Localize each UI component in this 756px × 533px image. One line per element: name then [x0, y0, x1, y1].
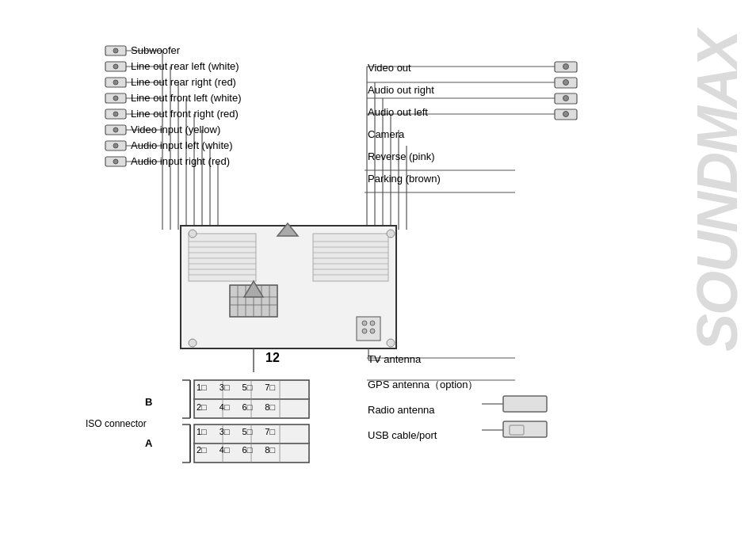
label-audio-out-left: Audio out left	[368, 105, 441, 120]
svg-point-42	[563, 112, 569, 117]
label-number-12: 12	[265, 351, 280, 365]
pin-a-5: 5□	[242, 427, 253, 436]
label-tv-antenna: TV antenna	[368, 352, 478, 367]
label-parking: Parking (brown)	[368, 172, 441, 186]
svg-point-39	[563, 96, 569, 101]
label-line-out-rear-right: Line out rear right (red)	[131, 75, 241, 89]
label-gps-antenna: GPS antenna（option）	[368, 378, 478, 392]
pin-a-2: 2□	[197, 445, 207, 455]
right-labels-container: Video out Audio out right Audio out left…	[368, 61, 441, 186]
svg-point-70	[387, 230, 395, 238]
label-audio-input-left: Audio input left (white)	[131, 139, 241, 153]
pin-b-3: 3□	[220, 383, 230, 392]
svg-point-85	[370, 321, 375, 326]
svg-point-84	[362, 321, 367, 326]
iso-connector-label: ISO connector	[86, 418, 147, 429]
label-line-out-front-left: Line out front left (white)	[131, 91, 241, 105]
svg-point-69	[189, 230, 197, 238]
pin-b-8: 8□	[265, 402, 275, 412]
svg-rect-83	[357, 317, 380, 341]
section-b-label: B	[145, 396, 152, 408]
svg-point-13	[113, 112, 118, 116]
label-audio-out-right: Audio out right	[368, 83, 441, 97]
pin-a-1: 1□	[197, 427, 207, 436]
svg-point-87	[370, 329, 375, 333]
svg-rect-9	[105, 93, 126, 103]
svg-rect-0	[105, 46, 126, 55]
svg-point-71	[189, 339, 197, 347]
label-line-out-rear-left: Line out rear left (white)	[131, 59, 241, 74]
pin-b-6: 6□	[242, 402, 253, 412]
vent-right	[313, 234, 388, 281]
diagram-container: SOUNDMAX	[0, 0, 756, 533]
svg-rect-61	[313, 234, 388, 281]
svg-rect-6	[105, 78, 126, 87]
bottom-right-labels-container: TV antenna GPS antenna（option） Radio ant…	[368, 352, 478, 443]
svg-rect-53	[189, 234, 256, 281]
svg-rect-52	[181, 226, 396, 348]
svg-rect-96	[503, 421, 547, 437]
label-camera: Camera	[368, 128, 441, 142]
svg-point-7	[113, 80, 118, 85]
svg-point-72	[387, 339, 395, 347]
label-video-input: Video input (yellow)	[131, 123, 241, 137]
iso-pins-b-top: 1□ 3□ 5□ 7□	[197, 383, 275, 392]
svg-rect-38	[555, 93, 577, 104]
svg-marker-82	[277, 223, 298, 236]
svg-point-86	[362, 329, 367, 333]
svg-rect-18	[105, 141, 126, 150]
brand-logo: SOUNDMAX	[685, 32, 750, 352]
pin-a-8: 8□	[265, 445, 275, 455]
svg-point-33	[563, 64, 569, 70]
label-reverse: Reverse (pink)	[368, 150, 441, 164]
svg-marker-81	[244, 281, 263, 297]
svg-rect-15	[105, 125, 126, 135]
pin-a-7: 7□	[265, 427, 275, 436]
pin-a-4: 4□	[220, 445, 230, 455]
pin-b-1: 1□	[197, 383, 207, 392]
iso-pins-a-bottom: 2□ 4□ 6□ 8□	[197, 445, 275, 455]
svg-point-36	[563, 80, 569, 86]
svg-point-16	[113, 128, 118, 132]
pin-b-4: 4□	[220, 402, 230, 412]
label-radio-antenna: Radio antenna	[368, 403, 478, 417]
svg-rect-73	[230, 285, 277, 317]
svg-rect-32	[555, 62, 577, 72]
label-subwoofer: Subwoofer	[131, 44, 241, 58]
svg-point-10	[113, 96, 118, 101]
pin-b-2: 2□	[197, 402, 207, 412]
svg-rect-97	[510, 425, 524, 435]
svg-rect-3	[105, 62, 126, 71]
vent-left	[189, 234, 256, 281]
label-usb-cable: USB cable/port	[368, 428, 478, 443]
svg-point-22	[113, 159, 118, 164]
pin-a-3: 3□	[220, 427, 230, 436]
svg-point-1	[113, 48, 118, 53]
iso-pins-b-bottom: 2□ 4□ 6□ 8□	[197, 402, 275, 412]
iso-pins-a-top: 1□ 3□ 5□ 7□	[197, 427, 275, 436]
section-a-label: A	[145, 437, 152, 449]
svg-rect-21	[105, 157, 126, 166]
svg-rect-12	[105, 109, 126, 119]
svg-point-19	[113, 143, 118, 148]
svg-point-4	[113, 64, 118, 69]
label-audio-input-right: Audio input right (red)	[131, 154, 241, 169]
pin-b-7: 7□	[265, 383, 275, 392]
label-line-out-front-right: Line out front right (red)	[131, 107, 241, 121]
svg-rect-35	[555, 78, 577, 88]
svg-rect-41	[555, 109, 577, 120]
pin-b-5: 5□	[242, 383, 253, 392]
left-labels-container: Subwoofer Line out rear left (white) Lin…	[131, 44, 241, 169]
svg-rect-94	[503, 396, 547, 412]
label-video-out: Video out	[368, 61, 441, 75]
pin-a-6: 6□	[242, 445, 253, 455]
